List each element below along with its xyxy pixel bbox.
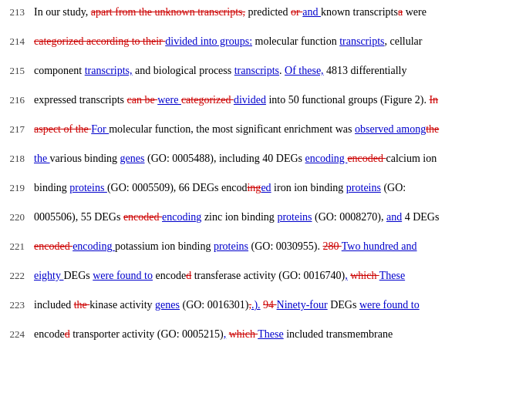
line-content: 0005506), 55 DEGs encoded encoding zinc …	[34, 208, 526, 226]
line-content: encoded encoding potassium ion binding p…	[34, 237, 526, 255]
line-row: 215component transcripts, and biological…	[0, 59, 526, 88]
line-row: 218the various binding genes (GO: 000548…	[0, 146, 526, 176]
line-content: encoded transporter activity (GO: 000521…	[34, 325, 526, 343]
line-number: 213	[0, 5, 34, 18]
line-number: 217	[0, 122, 34, 136]
lines-container: 213In our study, apart from the unknown …	[0, 0, 526, 351]
line-content: In our study, apart from the unknown tra…	[34, 3, 526, 21]
line-row: 224encoded transporter activity (GO: 000…	[0, 322, 526, 351]
line-row: 222eighty DEGs were found to encoded tra…	[0, 264, 526, 293]
line-number: 220	[0, 210, 34, 223]
line-content: included the kinase activity genes (GO: …	[34, 296, 526, 314]
line-number: 224	[0, 327, 34, 341]
line-row: 216expressed transcripts can be were cat…	[0, 88, 526, 117]
line-number: 218	[0, 151, 34, 165]
line-row: 221encoded encoding potassium ion bindin…	[0, 234, 526, 264]
line-content: the various binding genes (GO: 0005488),…	[34, 150, 526, 167]
line-content: binding proteins (GO: 0005509), 66 DEGs …	[34, 179, 526, 197]
line-number: 221	[0, 239, 34, 253]
line-number: 216	[0, 92, 34, 106]
line-row: 223included the kinase activity genes (G…	[0, 293, 526, 322]
line-row: 217aspect of the For molecular function,…	[0, 117, 526, 146]
line-number: 214	[0, 34, 34, 48]
document-view: 213In our study, apart from the unknown …	[0, 0, 526, 351]
line-row: 219binding proteins (GO: 0005509), 66 DE…	[0, 176, 526, 205]
line-content: component transcripts, and biological pr…	[34, 62, 526, 79]
line-number: 222	[0, 268, 34, 282]
line-row: 214categorized according to their divide…	[0, 29, 526, 59]
line-content: aspect of the For molecular function, th…	[34, 120, 526, 138]
line-number: 215	[0, 63, 34, 77]
line-row: 213In our study, apart from the unknown …	[0, 0, 526, 29]
line-row: 2200005506), 55 DEGs encoded encoding zi…	[0, 205, 526, 234]
line-content: categorized according to their divided i…	[34, 32, 526, 50]
line-content: expressed transcripts can be were catego…	[34, 91, 526, 109]
line-number: 223	[0, 297, 34, 311]
line-content: eighty DEGs were found to encoded transf…	[34, 267, 526, 284]
line-number: 219	[0, 180, 34, 194]
